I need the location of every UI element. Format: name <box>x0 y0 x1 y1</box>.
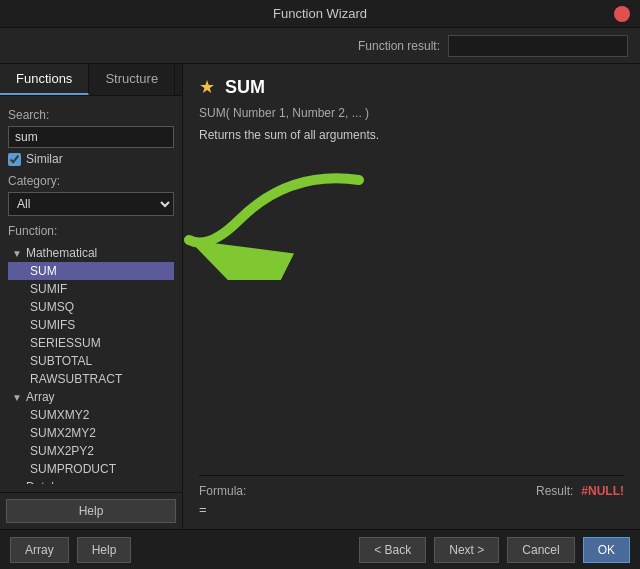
func-item-sumx2my2[interactable]: SUMX2MY2 <box>8 424 174 442</box>
left-help-button[interactable]: Help <box>6 499 176 523</box>
formula-section: Formula: Result: #NULL! = <box>199 475 624 517</box>
category-arrow-database: ▼ <box>12 482 22 485</box>
function-result-input[interactable] <box>448 35 628 57</box>
similar-checkbox-row: Similar <box>8 152 174 166</box>
dialog-title: Function Wizard <box>273 6 367 21</box>
category-mathematical[interactable]: ▼ Mathematical <box>8 244 174 262</box>
main-container: Function result: Functions Structure Sea… <box>0 28 640 569</box>
help-btn-container: Help <box>0 492 182 529</box>
result-label: Result: <box>536 484 573 498</box>
function-label: Function: <box>8 224 174 238</box>
tab-structure[interactable]: Structure <box>89 64 175 95</box>
func-item-sumifs[interactable]: SUMIFS <box>8 316 174 334</box>
star-icon[interactable]: ★ <box>199 76 215 98</box>
header-row: Function result: <box>0 28 640 64</box>
title-bar: Function Wizard <box>0 0 640 28</box>
cancel-button[interactable]: Cancel <box>507 537 574 563</box>
back-button[interactable]: < Back <box>359 537 426 563</box>
func-item-sum[interactable]: SUM <box>8 262 174 280</box>
similar-label: Similar <box>26 152 63 166</box>
function-description: Returns the sum of all arguments. <box>199 128 624 142</box>
category-arrow-mathematical: ▼ <box>12 248 22 259</box>
tabs: Functions Structure <box>0 64 182 96</box>
category-array[interactable]: ▼ Array <box>8 388 174 406</box>
search-label: Search: <box>8 108 174 122</box>
content-area: Functions Structure Search: Similar Cate… <box>0 64 640 529</box>
category-select[interactable]: All Mathematical Statistical Array Datab… <box>8 192 174 216</box>
next-button[interactable]: Next > <box>434 537 499 563</box>
category-array-label: Array <box>26 390 55 404</box>
formula-equals: = <box>199 502 624 517</box>
category-label: Category: <box>8 174 174 188</box>
func-item-rawsubtract[interactable]: RAWSUBTRACT <box>8 370 174 388</box>
func-item-seriessum[interactable]: SERIESSUM <box>8 334 174 352</box>
left-content: Search: Similar Category: All Mathematic… <box>0 96 182 492</box>
func-item-sumxmy2[interactable]: SUMXMY2 <box>8 406 174 424</box>
similar-checkbox[interactable] <box>8 153 21 166</box>
function-result-label: Function result: <box>358 39 440 53</box>
result-value: #NULL! <box>581 484 624 498</box>
arrow-area <box>199 150 624 475</box>
tab-functions[interactable]: Functions <box>0 64 89 95</box>
arrow-illustration <box>183 160 379 280</box>
func-item-sumproduct[interactable]: SUMPRODUCT <box>8 460 174 478</box>
search-input[interactable] <box>8 126 174 148</box>
array-button[interactable]: Array <box>10 537 69 563</box>
func-item-subtotal[interactable]: SUBTOTAL <box>8 352 174 370</box>
category-database-label: Database <box>26 480 77 484</box>
function-name: SUM <box>225 77 265 98</box>
func-item-sumif[interactable]: SUMIF <box>8 280 174 298</box>
func-item-sumx2py2[interactable]: SUMX2PY2 <box>8 442 174 460</box>
category-database[interactable]: ▼ Database <box>8 478 174 484</box>
ok-button[interactable]: OK <box>583 537 630 563</box>
formula-label: Formula: <box>199 484 246 498</box>
left-panel: Functions Structure Search: Similar Cate… <box>0 64 183 529</box>
close-button[interactable] <box>614 6 630 22</box>
formula-row: Formula: Result: #NULL! <box>199 475 624 498</box>
function-header: ★ SUM <box>199 76 624 98</box>
func-item-sumsq[interactable]: SUMSQ <box>8 298 174 316</box>
right-panel: ★ SUM SUM( Number 1, Number 2, ... ) Ret… <box>183 64 640 529</box>
bottom-help-button[interactable]: Help <box>77 537 132 563</box>
function-signature: SUM( Number 1, Number 2, ... ) <box>199 106 624 120</box>
function-list: ▼ Mathematical SUM SUMIF SUMSQ SUMIFS SE… <box>8 244 174 484</box>
category-arrow-array: ▼ <box>12 392 22 403</box>
category-mathematical-label: Mathematical <box>26 246 97 260</box>
bottom-bar: Array Help < Back Next > Cancel OK <box>0 529 640 569</box>
